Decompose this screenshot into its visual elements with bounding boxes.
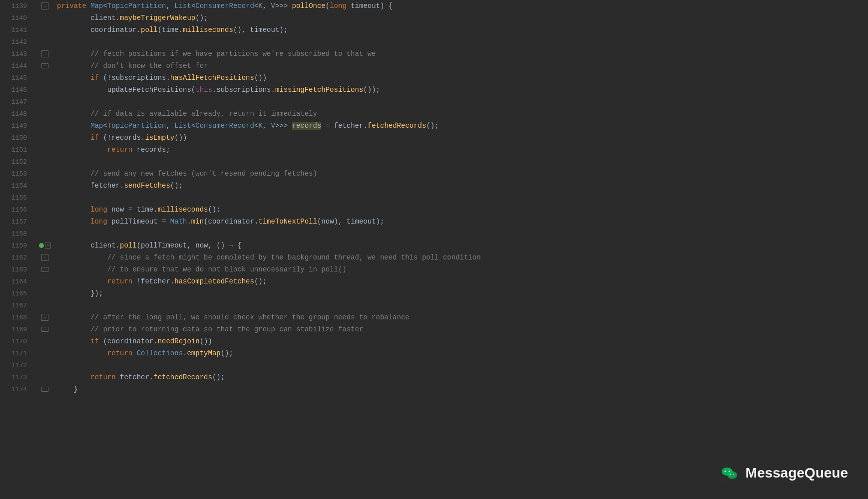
- table-row: 1163- // to ensure that we do not block …: [0, 263, 868, 275]
- svg-point-2: [727, 472, 737, 479]
- line-gutter: -: [35, 314, 55, 321]
- svg-point-3: [724, 471, 726, 472]
- line-number: 1145: [0, 74, 35, 82]
- line-content: // don't know the offset for: [55, 62, 868, 70]
- table-row: 1151 return records;: [0, 144, 868, 156]
- line-content: // after the long poll, we should check …: [55, 313, 868, 321]
- line-content: });: [55, 289, 868, 297]
- line-number: 1154: [0, 182, 35, 190]
- line-number: 1171: [0, 350, 35, 357]
- line-number: 1173: [0, 374, 35, 381]
- svg-point-6: [733, 474, 734, 475]
- table-row: 1157 long pollTimeout = Math.min(coordin…: [0, 216, 868, 228]
- table-row: 1159+ client.poll(pollTimeout, now, () →…: [0, 240, 868, 251]
- line-gutter: -: [35, 2, 55, 9]
- breakpoint-dot: [39, 243, 44, 248]
- line-number: 1140: [0, 14, 35, 22]
- table-row: 1172: [0, 359, 868, 371]
- line-content: return fetcher.fetchedRecords();: [55, 373, 868, 381]
- line-content: client.maybeTriggerWakeup();: [55, 14, 868, 22]
- line-number: 1169: [0, 326, 35, 333]
- line-number: 1139: [0, 2, 35, 10]
- line-content: return records;: [55, 146, 868, 154]
- line-number: 1158: [0, 230, 35, 238]
- line-number: 1168: [0, 314, 35, 321]
- line-content: private Map<TopicPartition, List<Consume…: [55, 2, 868, 10]
- line-content: if (coordinator.needRejoin()): [55, 337, 868, 345]
- line-number: 1144: [0, 62, 35, 70]
- fold-down-icon[interactable]: -: [41, 50, 48, 57]
- table-row: 1146 updateFetchPositions(this.subscript…: [0, 84, 868, 96]
- line-number: 1159: [0, 242, 35, 250]
- line-number: 1155: [0, 194, 35, 202]
- fold-up-icon[interactable]: -: [41, 327, 48, 332]
- line-content: Map<TopicPartition, List<ConsumerRecord<…: [55, 122, 868, 130]
- line-gutter: -: [35, 387, 55, 392]
- line-content: updateFetchPositions(this.subscriptions.…: [55, 86, 868, 94]
- line-content: if (!records.isEmpty()): [55, 134, 868, 142]
- watermark: MessageQueue: [719, 462, 848, 484]
- line-content: // if data is available already, return …: [55, 110, 868, 118]
- table-row: 1153 // send any new fetches (won't rese…: [0, 168, 868, 180]
- line-number: 1153: [0, 170, 35, 178]
- table-row: 1142: [0, 36, 868, 48]
- table-row: 1168- // after the long poll, we should …: [0, 311, 868, 323]
- line-content: client.poll(pollTimeout, now, () → {: [55, 242, 868, 250]
- line-number: 1141: [0, 26, 35, 34]
- table-row: 1150 if (!records.isEmpty()): [0, 132, 868, 144]
- line-number: 1142: [0, 38, 35, 46]
- line-gutter: -: [35, 267, 55, 272]
- line-gutter: -: [35, 254, 55, 261]
- fold-up-icon[interactable]: -: [41, 387, 48, 392]
- wechat-icon: [719, 462, 741, 484]
- line-content: if (!subscriptions.hasAllFetchPositions(…: [55, 74, 868, 82]
- svg-point-4: [728, 471, 730, 472]
- line-content: // fetch positions if we have partitions…: [55, 50, 868, 58]
- line-number: 1146: [0, 86, 35, 94]
- fold-down-icon[interactable]: -: [41, 254, 48, 261]
- add-line-icon[interactable]: +: [45, 243, 51, 249]
- line-number: 1165: [0, 290, 35, 297]
- table-row: 1169- // prior to returning data so that…: [0, 323, 868, 335]
- line-gutter: -: [35, 50, 55, 57]
- table-row: 1145 if (!subscriptions.hasAllFetchPosit…: [0, 72, 868, 84]
- table-row: 1149 Map<TopicPartition, List<ConsumerRe…: [0, 120, 868, 132]
- highlighted-word: records: [292, 122, 322, 130]
- line-content: return Collections.emptyMap();: [55, 349, 868, 357]
- line-content: // to ensure that we do not block unnece…: [55, 265, 868, 273]
- table-row: 1147: [0, 96, 868, 108]
- line-number: 1147: [0, 98, 35, 106]
- svg-point-5: [730, 474, 731, 475]
- line-gutter: +: [35, 243, 55, 249]
- line-number: 1151: [0, 146, 35, 154]
- fold-up-icon[interactable]: -: [41, 63, 48, 68]
- table-row: 1141 coordinator.poll(time.milliseconds(…: [0, 24, 868, 36]
- line-number: 1164: [0, 278, 35, 285]
- table-row: 1164 return !fetcher.hasCompletedFetches…: [0, 275, 868, 287]
- line-number: 1152: [0, 158, 35, 166]
- line-content: // prior to returning data so that the g…: [55, 325, 868, 333]
- line-number: 1148: [0, 110, 35, 118]
- line-number: 1172: [0, 362, 35, 369]
- line-number: 1157: [0, 218, 35, 226]
- line-number: 1149: [0, 122, 35, 130]
- table-row: 1167: [0, 299, 868, 311]
- fold-down-icon[interactable]: -: [41, 2, 48, 9]
- line-number: 1143: [0, 50, 35, 58]
- line-number: 1163: [0, 266, 35, 273]
- line-content: // send any new fetches (won't resend pe…: [55, 170, 868, 178]
- table-row: 1171 return Collections.emptyMap();: [0, 347, 868, 359]
- line-gutter: -: [35, 63, 55, 68]
- table-row: 1152: [0, 156, 868, 168]
- line-gutter: -: [35, 327, 55, 332]
- fold-up-icon[interactable]: -: [41, 267, 48, 272]
- table-row: 1162- // since a fetch might be complete…: [0, 251, 868, 263]
- table-row: 1144- // don't know the offset for: [0, 60, 868, 72]
- fold-down-icon[interactable]: -: [41, 314, 48, 321]
- table-row: 1143- // fetch positions if we have part…: [0, 48, 868, 60]
- line-number: 1150: [0, 134, 35, 142]
- line-content: coordinator.poll(time.milliseconds(), ti…: [55, 26, 868, 34]
- table-row: 1158: [0, 228, 868, 240]
- table-row: 1170 if (coordinator.needRejoin()): [0, 335, 868, 347]
- line-number: 1162: [0, 254, 35, 261]
